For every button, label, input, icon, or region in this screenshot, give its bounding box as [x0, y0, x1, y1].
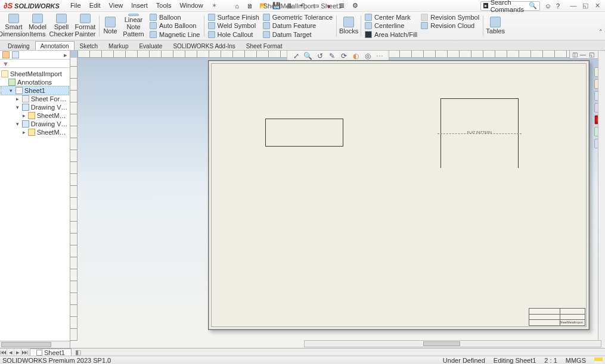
home-icon[interactable]: ⌂ [232, 1, 242, 11]
balloon-button[interactable]: Balloon [150, 13, 200, 21]
weld-symbol-button[interactable]: Weld Symbol [208, 21, 259, 30]
menu-edit[interactable]: Edit [86, 1, 104, 11]
tree-part1[interactable]: SheetMetalImp… [37, 112, 69, 119]
status-units[interactable]: MMGS [566, 357, 586, 364]
tree-annotations[interactable]: Annotations [17, 79, 52, 86]
tab-annotation[interactable]: Annotation [35, 41, 75, 50]
search-placeholder: Search Commands [491, 0, 526, 13]
model-items-button[interactable]: ModelItems [26, 13, 49, 39]
tree-tab-property-icon[interactable] [12, 51, 19, 58]
menu-view[interactable]: View [106, 1, 127, 11]
surface-finish-button[interactable]: Surface Finish [208, 13, 259, 21]
ribbon-collapse-icon[interactable]: ˄ [599, 29, 603, 36]
drawing-view-2[interactable]: FLAT PATTERN [440, 98, 519, 168]
tab-evaluate[interactable]: Evaluate [134, 41, 167, 50]
tree-view1[interactable]: Drawing View1 [31, 104, 69, 111]
tree-expand-icon[interactable]: ▸ [64, 51, 67, 59]
add-sheet-icon[interactable]: ◧ [72, 349, 85, 356]
area-hatch-button[interactable]: Area Hatch/Fill [365, 30, 417, 39]
display-style-icon[interactable]: ◐ [352, 52, 360, 60]
menu-window[interactable]: Window [176, 1, 206, 11]
twisty-icon[interactable]: ▾ [15, 121, 20, 127]
menu-file[interactable]: File [67, 1, 85, 11]
sheet-icon [15, 87, 23, 94]
tab-sheet-format[interactable]: Sheet Format [241, 41, 288, 50]
hide-show-icon[interactable]: ◎ [364, 52, 372, 60]
tree-view2[interactable]: Drawing View2 [31, 120, 69, 127]
magnetic-line-button[interactable]: Magnetic Line [150, 30, 200, 39]
user-icon[interactable]: ☺ [545, 2, 551, 10]
note-button[interactable]: Note [102, 13, 119, 39]
zoom-area-icon[interactable]: 🔍 [304, 52, 312, 60]
tab-addins[interactable]: SOLIDWORKS Add-Ins [167, 41, 240, 50]
section-view-icon[interactable]: ✎ [328, 52, 336, 60]
close-icon[interactable]: ✕ [593, 2, 601, 10]
minimize-icon[interactable]: — [569, 2, 578, 10]
tab-markup[interactable]: Markup [103, 41, 134, 50]
datum-target-button[interactable]: Datum Target [263, 30, 333, 39]
search-icon: 🔍 [529, 2, 537, 10]
tree-tab-feature-icon[interactable] [2, 51, 10, 58]
auto-balloon-button[interactable]: Auto Balloon [150, 21, 200, 30]
sheet-nav-next-icon[interactable]: ▸ [14, 349, 21, 356]
doc-restore-icon[interactable]: ◱ [588, 51, 595, 58]
drawing-view-1[interactable] [265, 119, 343, 147]
revision-cloud-button[interactable]: Revision Cloud [421, 21, 479, 30]
title-block-name: SheetMetalImport [560, 321, 583, 324]
drawing-view-icon [22, 104, 29, 111]
tables-button[interactable]: Tables [486, 13, 505, 39]
sheet-nav-prev-icon[interactable]: ◂ [7, 349, 14, 356]
tree-scrollbar-h[interactable] [0, 341, 70, 348]
doc-window-new-icon[interactable]: ◫ [571, 51, 578, 58]
tab-drawing[interactable]: Drawing [2, 41, 35, 50]
center-mark-button[interactable]: Center Mark [365, 13, 417, 21]
tree-part2[interactable]: SheetMetalImp… [37, 129, 69, 136]
tree-root[interactable]: SheetMetalImport [10, 70, 62, 77]
help-icon[interactable]: ? [556, 2, 560, 10]
feature-tree[interactable]: SheetMetalImport Annotations ▾Sheet1 ▸Sh… [0, 68, 70, 341]
status-scale[interactable]: 2 : 1 [544, 357, 557, 364]
settings-gear-icon[interactable]: ⚙ [350, 1, 360, 11]
sheet-nav-last-icon[interactable]: ⏭ [21, 349, 29, 356]
blocks-icon [343, 17, 354, 27]
menu-pin-icon[interactable]: ✶ [208, 1, 221, 11]
status-flag-icon[interactable] [594, 357, 603, 363]
tree-sheet-format[interactable]: Sheet Format1 [31, 95, 69, 102]
twisty-icon[interactable]: ▸ [15, 96, 20, 102]
restore-icon[interactable]: ◱ [581, 2, 590, 10]
viewport-scrollbar-h[interactable] [304, 340, 601, 347]
zoom-prev-icon[interactable]: ↺ [316, 52, 324, 60]
blocks-button[interactable]: Blocks [339, 13, 358, 39]
centerline-button[interactable]: Centerline [365, 21, 417, 30]
sheet-nav-first-icon[interactable]: ⏮ [0, 349, 7, 356]
tree-filter-icon[interactable]: ▼ [0, 60, 70, 68]
drawing-viewport[interactable]: ⤢ 🔍 ↺ ✎ ⟳ ◐ ◎ ⋯ ◫ — ◱ ✕ FLAT [70, 51, 605, 348]
linear-note-pattern-button[interactable]: Linear NotePattern [120, 13, 147, 39]
spell-checker-button[interactable]: SpellChecker [50, 13, 73, 39]
search-commands-input[interactable]: ▸ Search Commands 🔍 [480, 1, 540, 11]
format-painter-button[interactable]: FormatPainter [74, 13, 97, 39]
smart-dimension-button[interactable]: SmartDimension [2, 13, 25, 39]
menu-bar: File Edit View Insert Tools Window ✶ [67, 1, 221, 11]
zoom-fit-icon[interactable]: ⤢ [292, 52, 300, 60]
rotate-icon[interactable]: ⟳ [340, 52, 348, 60]
twisty-icon[interactable]: ▾ [8, 88, 14, 94]
sheet-tab-sheet1[interactable]: Sheet1 [30, 349, 72, 356]
more-views-icon[interactable]: ⋯ [376, 52, 384, 60]
viewport-scrollbar-v[interactable] [598, 51, 605, 347]
hole-callout-button[interactable]: Hole Callout [208, 30, 259, 39]
tab-sketch[interactable]: Sketch [75, 41, 104, 50]
twisty-icon[interactable]: ▸ [23, 129, 26, 135]
drawing-sheet[interactable]: FLAT PATTERN SheetMetalImport [208, 60, 590, 330]
tree-sheet1[interactable]: Sheet1 [24, 87, 45, 94]
datum-feature-button[interactable]: Datum Feature [263, 21, 333, 30]
menu-tools[interactable]: Tools [153, 1, 175, 11]
geometric-tolerance-button[interactable]: Geometric Tolerance [263, 13, 333, 21]
doc-minimize-icon[interactable]: — [579, 51, 587, 58]
title-block[interactable]: SheetMetalImport [529, 308, 585, 326]
twisty-icon[interactable]: ▸ [23, 113, 26, 119]
status-editing[interactable]: Editing Sheet1 [494, 357, 536, 364]
menu-insert[interactable]: Insert [128, 1, 151, 11]
new-doc-icon[interactable]: 🗎 [246, 1, 255, 11]
twisty-icon[interactable]: ▾ [15, 104, 20, 110]
